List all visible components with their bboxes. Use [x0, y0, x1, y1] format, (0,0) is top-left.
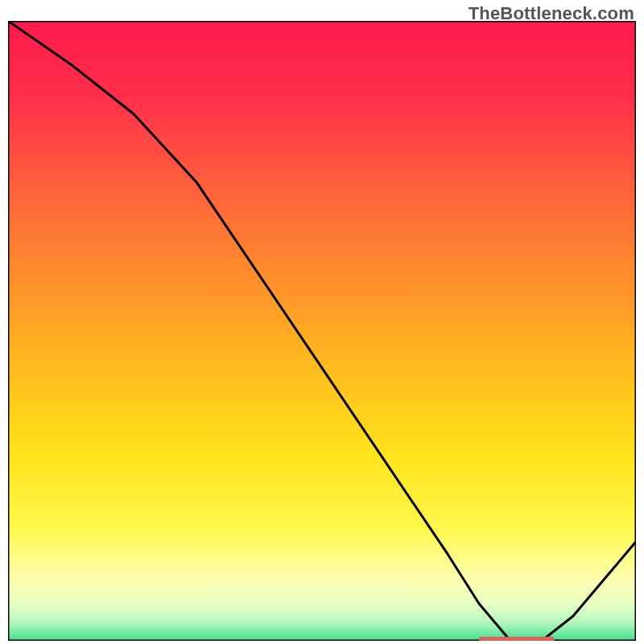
chart-container: TheBottleneck.com [0, 0, 644, 644]
gradient-background [8, 21, 636, 641]
watermark-text: TheBottleneck.com [469, 3, 634, 24]
chart-svg [8, 21, 636, 641]
minimum-marker [479, 637, 555, 641]
